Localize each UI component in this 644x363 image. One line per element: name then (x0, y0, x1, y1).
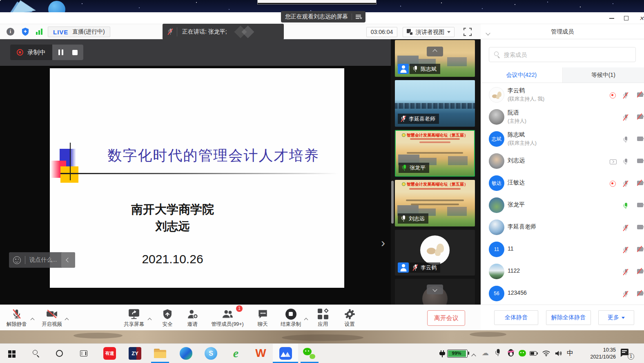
filmstrip-collapse-up-icon[interactable] (427, 47, 443, 56)
wps-office-icon[interactable]: W (254, 346, 267, 360)
search-input[interactable] (489, 47, 636, 62)
task-view-icon[interactable] (80, 350, 87, 356)
video-tile[interactable]: 李延喜老师 (395, 80, 475, 127)
pause-recording-button[interactable] (55, 47, 67, 58)
unmute-all-button[interactable]: 解除全体静音 (546, 310, 591, 325)
member-row[interactable]: 11 11 (481, 238, 644, 260)
video-tile[interactable]: 陈志斌 (395, 40, 475, 77)
tray-mic-icon[interactable] (495, 349, 501, 356)
meeting-app-icon-active[interactable] (273, 344, 298, 363)
camera-muted-icon[interactable] (637, 114, 643, 119)
ime-indicator[interactable]: 中 (567, 349, 573, 358)
video-tile-active-speaker[interactable]: 智慧会计发展高端论坛（第五届） 张龙平 (395, 130, 475, 177)
filmstrip-scrollbar[interactable] (391, 181, 394, 224)
taskbar-search-icon[interactable] (33, 350, 40, 357)
video-tile-partial[interactable] (395, 279, 475, 305)
camera-muted-icon[interactable] (637, 291, 643, 296)
strip-collapse-chevron-icon[interactable]: › (381, 236, 385, 250)
mic-muted-icon[interactable] (624, 247, 628, 253)
camera-muted-icon[interactable] (637, 181, 643, 185)
leave-meeting-button[interactable]: 离开会议 (427, 310, 465, 326)
zy-reader-app-icon[interactable]: ZY (129, 347, 141, 360)
mic-active-icon[interactable] (624, 203, 628, 209)
camera-icon[interactable] (637, 137, 643, 141)
wechat-app-icon[interactable] (303, 347, 316, 360)
video-tile[interactable]: 李云鹤 (395, 230, 475, 276)
member-row[interactable]: 刘志远 (481, 150, 644, 172)
tab-waiting[interactable]: 等候中(1) (562, 67, 644, 83)
view-mode-dropdown[interactable]: 演讲者视图 (403, 27, 455, 37)
camera-icon[interactable] (637, 203, 643, 207)
member-row[interactable]: 志斌 陈志斌 (联席主持人) (481, 128, 644, 150)
tab-in-meeting[interactable]: 会议中(422) (481, 67, 562, 83)
camera-muted-icon[interactable] (637, 92, 643, 97)
emoji-icon[interactable] (13, 256, 21, 264)
meeting-info-icon[interactable]: i (7, 28, 14, 36)
unmute-button[interactable]: 解除静音 (0, 308, 35, 328)
maximize-button[interactable] (624, 15, 629, 21)
internet-explorer-icon[interactable]: e (230, 346, 242, 360)
more-button[interactable]: 更多 (598, 310, 634, 325)
camera-muted-icon[interactable] (637, 247, 643, 251)
mic-muted-icon[interactable] (624, 269, 628, 276)
member-row[interactable]: 阮语 (主持人) (481, 106, 644, 128)
camera-icon[interactable] (637, 159, 643, 163)
wallpaper-shape (10, 0, 36, 14)
battery-indicator[interactable]: 99% (447, 350, 468, 358)
stop-recording-button[interactable] (69, 47, 81, 58)
minimize-button[interactable] (609, 15, 615, 21)
mic-muted-icon[interactable] (624, 291, 628, 298)
edge-browser-icon[interactable] (180, 347, 192, 360)
profile-badge-icon (398, 262, 409, 273)
camera-muted-icon[interactable] (637, 269, 643, 273)
video-options-chevron[interactable] (65, 316, 68, 323)
s-browser-icon[interactable]: S (205, 347, 217, 360)
notification-badge: 1 (628, 353, 634, 360)
wifi-icon[interactable] (542, 350, 550, 358)
close-button[interactable]: ✕ (638, 15, 644, 21)
mic-muted-icon[interactable] (624, 181, 628, 187)
live-status-badge[interactable]: LIVE 直播(进行中) (48, 27, 110, 37)
wechat-tray-icon[interactable] (519, 350, 526, 356)
banner-menu-icon[interactable] (356, 14, 361, 19)
taskbar-clock[interactable]: 10:35 2021/10/26 (575, 347, 616, 361)
mic-on-icon[interactable] (624, 137, 628, 143)
volume-icon[interactable] (555, 350, 562, 359)
manage-members-button[interactable]: 1 管理成员(99+) (205, 308, 250, 328)
qq-tray-icon[interactable] (507, 349, 515, 358)
fullscreen-icon[interactable] (464, 28, 472, 36)
chat-collapse-icon[interactable] (61, 252, 75, 268)
mic-on-icon[interactable] (624, 159, 628, 165)
file-explorer-icon[interactable] (154, 349, 166, 358)
member-row[interactable]: 李延喜老师 (481, 216, 644, 238)
cortana-icon[interactable] (56, 350, 63, 357)
youdao-app-icon[interactable]: 有道 (103, 347, 116, 360)
camera-icon[interactable] (637, 225, 643, 229)
settings-button[interactable]: 设置 (331, 308, 368, 328)
avatar (420, 235, 450, 265)
filmstrip-collapse-down-icon[interactable] (427, 285, 443, 294)
avatar (489, 153, 504, 169)
tray-expand-chevron-icon[interactable] (472, 352, 475, 359)
mic-muted-icon[interactable] (624, 114, 628, 121)
mute-all-button[interactable]: 全体静音 (494, 310, 538, 325)
start-button[interactable] (8, 350, 15, 357)
chat-input-placeholder[interactable]: 说点什么... (29, 256, 57, 264)
member-row[interactable]: 1122 (481, 260, 644, 282)
share-screen-button[interactable]: 共享屏幕 (116, 308, 152, 328)
mic-muted-icon[interactable] (624, 92, 628, 99)
mic-muted-icon[interactable] (624, 225, 628, 231)
action-center-icon[interactable] (621, 349, 628, 355)
member-row[interactable]: 张龙平 (481, 194, 644, 216)
quick-chat-bar[interactable]: 说点什么... (9, 252, 75, 268)
stop-recording-button[interactable]: 结束录制 (272, 308, 309, 328)
member-row[interactable]: 李云鹤 (联席主持人, 我) (481, 84, 644, 106)
tray-battery-icon[interactable] (530, 351, 537, 356)
network-signal-icon[interactable] (36, 29, 42, 35)
member-row[interactable]: 敏达 汪敏达 (481, 172, 644, 194)
start-video-button[interactable]: 开启视频 (33, 308, 70, 328)
member-row[interactable]: 56 123456 (481, 282, 644, 305)
video-tile[interactable]: 智慧会计发展高端论坛（第五届） 刘志远 (395, 180, 475, 226)
security-shield-icon[interactable] (21, 27, 29, 36)
onedrive-cloud-icon[interactable]: ☁ (482, 349, 489, 357)
